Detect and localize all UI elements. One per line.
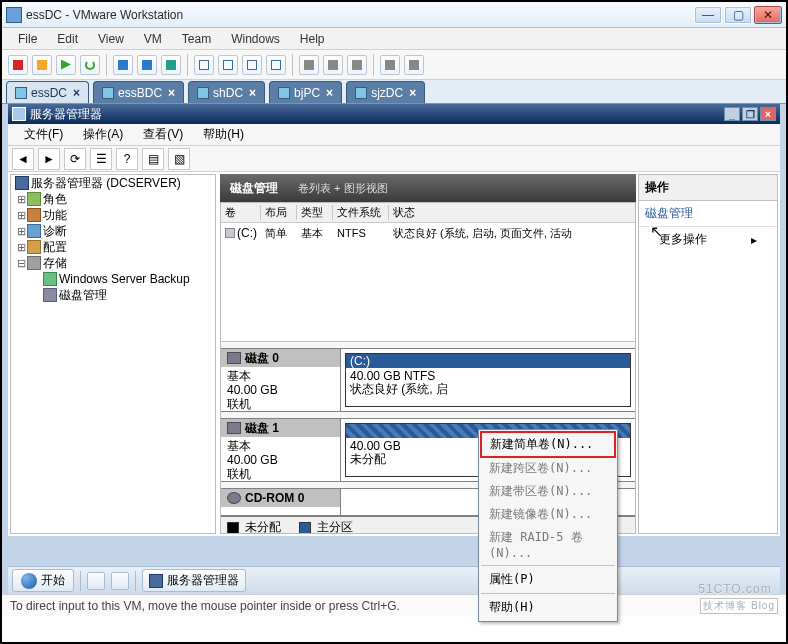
more-actions-item[interactable]: 更多操作 ▸ [639,227,777,252]
storage-icon [27,256,41,270]
vm-tab-shdc[interactable]: shDC× [188,81,265,103]
mmc-menu-action[interactable]: 操作(A) [73,124,133,145]
menu-view[interactable]: View [88,30,134,48]
appliance-button[interactable] [218,55,238,75]
quicklaunch-1[interactable] [87,572,105,590]
disk-0-row[interactable]: 磁盘 0 基本 40.00 GB 联机 (C:) 40.00 GB NTFS 状… [221,348,635,412]
vmware-menubar: File Edit View VM Team Windows Help [2,28,786,50]
chevron-right-icon: ▸ [751,233,757,247]
tab-close-icon[interactable]: × [249,86,256,100]
menu-team[interactable]: Team [172,30,221,48]
volume-row[interactable]: (C:) 简单 基本 NTFS 状态良好 (系统, 启动, 页面文件, 活动 [221,223,635,243]
extra-button[interactable]: ▧ [168,148,190,170]
tab-close-icon[interactable]: × [326,86,333,100]
refresh-button[interactable]: ⟳ [64,148,86,170]
tab-close-icon[interactable]: × [409,86,416,100]
vm-icon [15,87,27,99]
menu-edit[interactable]: Edit [47,30,88,48]
vm-tab-bjpc[interactable]: bjPC× [269,81,342,103]
extra1-button[interactable] [380,55,400,75]
cm-help[interactable]: 帮助(H) [481,596,615,619]
cm-new-spanned-volume: 新建跨区卷(N)... [481,457,615,480]
mmc-close-button[interactable]: × [760,107,776,121]
poweroff-button[interactable] [8,55,28,75]
mmc-minimize-button[interactable]: _ [724,107,740,121]
tab-close-icon[interactable]: × [168,86,175,100]
expand-icon[interactable]: ⊞ [15,193,27,206]
close-button[interactable]: ✕ [754,6,782,24]
tree-diag[interactable]: ⊞诊断 [11,223,215,239]
quicklaunch-2[interactable] [111,572,129,590]
tree-root[interactable]: 服务器管理器 (DCSERVER) [11,175,215,191]
vm-tab-essbdc[interactable]: essBDC× [93,81,184,103]
back-button[interactable]: ◄ [12,148,34,170]
tab-label: sjzDC [371,86,403,100]
tab-close-icon[interactable]: × [73,86,80,100]
detail-button[interactable]: ▤ [142,148,164,170]
tree-storage[interactable]: ⊟存储 [11,255,215,271]
snapshot-mgr-button[interactable] [161,55,181,75]
unity-button[interactable] [323,55,343,75]
maximize-button[interactable]: ▢ [724,6,752,24]
col-vol[interactable]: 卷 [221,205,261,220]
tree-features[interactable]: ⊞功能 [11,207,215,223]
cm-properties[interactable]: 属性(P) [481,568,615,591]
tree-config[interactable]: ⊞配置 [11,239,215,255]
forward-button[interactable]: ► [38,148,60,170]
list-view-button[interactable]: ☰ [90,148,112,170]
poweron-button[interactable] [56,55,76,75]
minimize-button[interactable]: — [694,6,722,24]
reset-button[interactable] [80,55,100,75]
cm-new-simple-volume[interactable]: 新建简单卷(N)... [482,433,614,456]
mmc-menu-file[interactable]: 文件(F) [14,124,73,145]
disk-1-label[interactable]: 磁盘 1 基本 40.00 GB 联机 [221,419,341,481]
navigation-tree[interactable]: 服务器管理器 (DCSERVER) ⊞角色 ⊞功能 ⊞诊断 ⊞配置 ⊟存储 Wi… [10,174,216,534]
server-icon [15,176,29,190]
tree-diskmgmt[interactable]: 磁盘管理 [11,287,215,303]
vm-tab-sjzdc[interactable]: sjzDC× [346,81,425,103]
details-title: 磁盘管理 [230,180,278,197]
expand-icon[interactable]: ⊞ [15,209,27,222]
help-button[interactable]: ? [116,148,138,170]
tab-label: essDC [31,86,67,100]
col-type[interactable]: 类型 [297,205,333,220]
disk-0-label[interactable]: 磁盘 0 基本 40.00 GB 联机 [221,349,341,411]
quickswitch-button[interactable] [266,55,286,75]
vm-tab-essdc[interactable]: essDC× [6,81,89,103]
menu-vm[interactable]: VM [134,30,172,48]
menu-windows[interactable]: Windows [221,30,290,48]
col-status[interactable]: 状态 [389,205,635,220]
volume-list[interactable]: 卷 布局 类型 文件系统 状态 (C:) 简单 基本 NTFS 状态良好 (系统… [220,202,636,342]
col-fs[interactable]: 文件系统 [333,205,389,220]
extra2-button[interactable] [404,55,424,75]
tree-roles[interactable]: ⊞角色 [11,191,215,207]
tree-backup[interactable]: Windows Server Backup [11,271,215,287]
revert-button[interactable] [137,55,157,75]
expand-icon[interactable]: ⊞ [15,225,27,238]
mmc-body: 服务器管理器 (DCSERVER) ⊞角色 ⊞功能 ⊞诊断 ⊞配置 ⊟存储 Wi… [8,172,780,536]
show-console-button[interactable] [194,55,214,75]
cdrom-label[interactable]: CD-ROM 0 [221,489,341,515]
col-layout[interactable]: 布局 [261,205,297,220]
menu-help[interactable]: Help [290,30,335,48]
taskbar-server-manager[interactable]: 服务器管理器 [142,569,246,592]
expand-icon[interactable]: ⊞ [15,241,27,254]
capture-button[interactable] [347,55,367,75]
server-manager-icon [149,574,163,588]
summary-button[interactable] [242,55,262,75]
vmware-titlebar: essDC - VMware Workstation — ▢ ✕ [2,2,786,28]
mmc-restore-button[interactable]: ❐ [742,107,758,121]
suspend-button[interactable] [32,55,52,75]
details-header: 磁盘管理 卷列表 + 图形视图 [220,174,636,202]
start-button[interactable]: 开始 [12,569,74,592]
mmc-menu-view[interactable]: 查看(V) [133,124,193,145]
disk-0-volume-c[interactable]: (C:) 40.00 GB NTFS 状态良好 (系统, 启 [345,353,631,407]
mmc-menu-help[interactable]: 帮助(H) [193,124,254,145]
vm-tabstrip: essDC× essBDC× shDC× bjPC× sjzDC× [2,80,786,104]
snapshot-button[interactable] [113,55,133,75]
fullscreen-button[interactable] [299,55,319,75]
menu-file[interactable]: File [8,30,47,48]
collapse-icon[interactable]: ⊟ [15,257,27,270]
actions-pane: 操作 磁盘管理 更多操作 ▸ [638,174,778,534]
roles-icon [27,192,41,206]
